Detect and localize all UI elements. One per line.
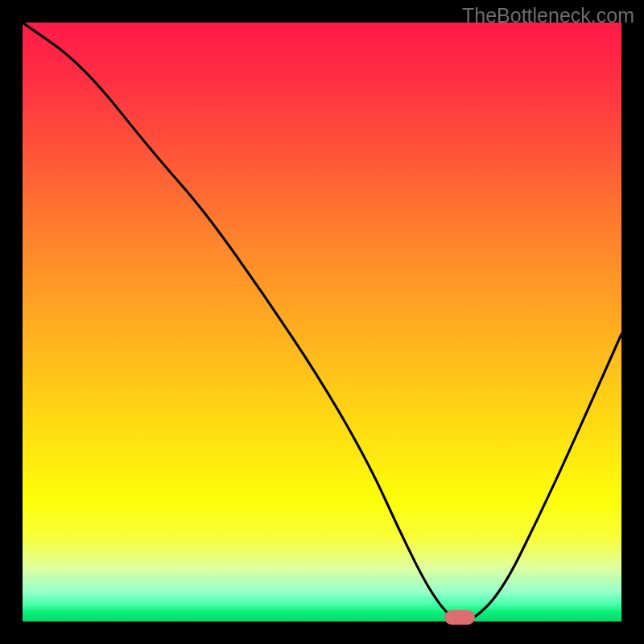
bottleneck-curve bbox=[23, 23, 621, 621]
chart-container: TheBottleneck.com bbox=[0, 0, 644, 644]
curve-svg bbox=[23, 23, 621, 621]
plot-area bbox=[23, 23, 621, 621]
watermark-text: TheBottleneck.com bbox=[462, 4, 634, 27]
optimal-marker bbox=[444, 610, 475, 625]
